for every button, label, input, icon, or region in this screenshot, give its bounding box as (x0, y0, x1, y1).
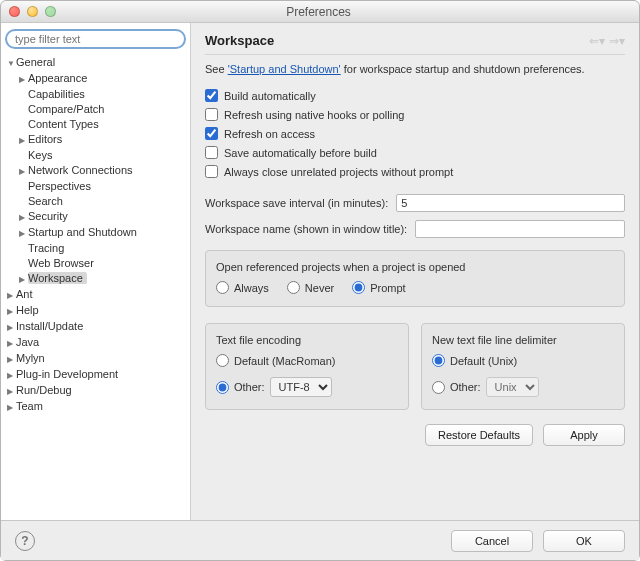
delimiter-select[interactable]: Unix (486, 377, 539, 397)
startup-shutdown-link[interactable]: 'Startup and Shutdown' (228, 63, 341, 75)
preferences-sidebar: General Appearance Capabilities Compare/… (1, 23, 191, 520)
tree-item-plugin[interactable]: Plug-in Development (16, 368, 118, 380)
minimize-icon[interactable] (27, 6, 38, 17)
tree-item-search[interactable]: Search (28, 195, 63, 207)
close-icon[interactable] (9, 6, 20, 17)
tree-item-compare-patch[interactable]: Compare/Patch (28, 103, 104, 115)
tree-item-appearance[interactable]: Appearance (28, 72, 87, 84)
page-title: Workspace (205, 33, 274, 48)
restore-defaults-button[interactable]: Restore Defaults (425, 424, 533, 446)
encoding-title: Text file encoding (216, 334, 398, 346)
refresh-access-checkbox[interactable] (205, 127, 218, 140)
workspace-name-input[interactable] (415, 220, 625, 238)
referenced-title: Open referenced projects when a project … (216, 261, 614, 273)
tree-item-network[interactable]: Network Connections (28, 164, 133, 176)
save-interval-input[interactable] (396, 194, 625, 212)
close-unrelated-label: Always close unrelated projects without … (224, 166, 453, 178)
delimiter-group: New text file line delimiter Default (Un… (421, 323, 625, 410)
ok-button[interactable]: OK (543, 530, 625, 552)
tree-item-startup[interactable]: Startup and Shutdown (28, 226, 137, 238)
page-nav: ⇐▾ ⇒▾ (589, 34, 625, 48)
delimiter-title: New text file line delimiter (432, 334, 614, 346)
tree-item-security[interactable]: Security (28, 210, 68, 222)
delimiter-default-radio[interactable] (432, 354, 445, 367)
save-interval-label: Workspace save interval (in minutes): (205, 197, 388, 209)
tree-item-mylyn[interactable]: Mylyn (16, 352, 45, 364)
tree-item-editors[interactable]: Editors (28, 133, 62, 145)
save-auto-checkbox[interactable] (205, 146, 218, 159)
hint-text: See 'Startup and Shutdown' for workspace… (205, 63, 625, 75)
preferences-window: Preferences General Appearance Capabilit… (0, 0, 640, 561)
tree-item-run-debug[interactable]: Run/Debug (16, 384, 72, 396)
filter-input[interactable] (5, 29, 186, 49)
encoding-other-radio[interactable] (216, 381, 229, 394)
tree-item-content-types[interactable]: Content Types (28, 118, 99, 130)
referenced-projects-group: Open referenced projects when a project … (205, 250, 625, 307)
tree-item-team[interactable]: Team (16, 400, 43, 412)
close-unrelated-checkbox[interactable] (205, 165, 218, 178)
save-auto-label: Save automatically before build (224, 147, 377, 159)
window-title: Preferences (56, 5, 581, 19)
encoding-default-radio[interactable] (216, 354, 229, 367)
help-icon[interactable]: ? (15, 531, 35, 551)
window-controls (9, 6, 56, 17)
encoding-select[interactable]: UTF-8 (270, 377, 332, 397)
referenced-never-radio[interactable] (287, 281, 300, 294)
tree-item-workspace[interactable]: Workspace (28, 272, 87, 284)
build-automatically-checkbox[interactable] (205, 89, 218, 102)
tree-item-ant[interactable]: Ant (16, 288, 33, 300)
tree-item-perspectives[interactable]: Perspectives (28, 180, 91, 192)
tree-item-capabilities[interactable]: Capabilities (28, 88, 85, 100)
tree-item-help[interactable]: Help (16, 304, 39, 316)
referenced-prompt-radio[interactable] (352, 281, 365, 294)
workspace-name-label: Workspace name (shown in window title): (205, 223, 407, 235)
tree-item-keys[interactable]: Keys (28, 149, 52, 161)
workspace-page: Workspace ⇐▾ ⇒▾ See 'Startup and Shutdow… (191, 23, 639, 520)
preferences-tree[interactable]: General Appearance Capabilities Compare/… (5, 55, 186, 415)
tree-item-web-browser[interactable]: Web Browser (28, 257, 94, 269)
refresh-native-checkbox[interactable] (205, 108, 218, 121)
referenced-always-radio[interactable] (216, 281, 229, 294)
refresh-access-label: Refresh on access (224, 128, 315, 140)
refresh-native-label: Refresh using native hooks or polling (224, 109, 404, 121)
encoding-group: Text file encoding Default (MacRoman) Ot… (205, 323, 409, 410)
tree-item-java[interactable]: Java (16, 336, 39, 348)
tree-item-general[interactable]: General (16, 56, 55, 68)
zoom-icon[interactable] (45, 6, 56, 17)
build-automatically-label: Build automatically (224, 90, 316, 102)
tree-item-tracing[interactable]: Tracing (28, 242, 64, 254)
dialog-footer: ? Cancel OK (1, 520, 639, 560)
titlebar: Preferences (1, 1, 639, 23)
delimiter-other-radio[interactable] (432, 381, 445, 394)
back-icon[interactable]: ⇐▾ (589, 34, 605, 48)
forward-icon[interactable]: ⇒▾ (609, 34, 625, 48)
apply-button[interactable]: Apply (543, 424, 625, 446)
cancel-button[interactable]: Cancel (451, 530, 533, 552)
tree-item-install[interactable]: Install/Update (16, 320, 83, 332)
